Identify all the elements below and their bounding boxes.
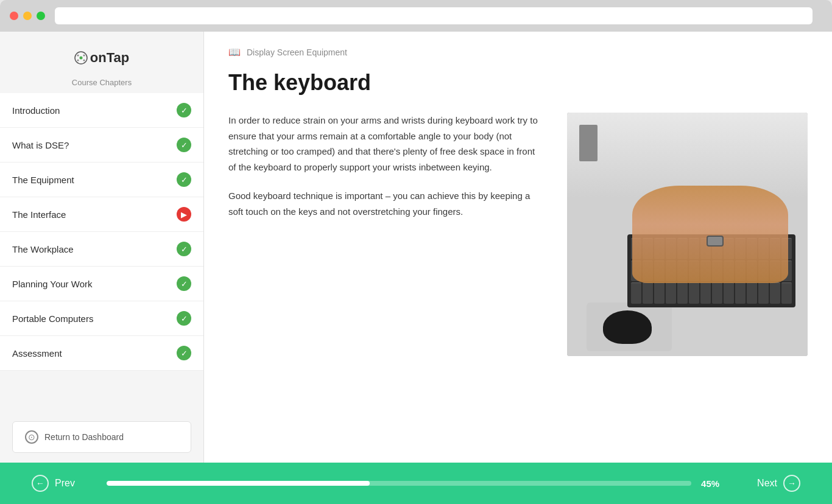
address-bar[interactable]: [55, 7, 813, 24]
chapter-label-what-is-dse: What is DSE?: [12, 140, 69, 150]
bottom-nav: ← Prev 45% Next →: [0, 463, 832, 504]
paragraph-1: In order to reduce strain on your arms a…: [228, 113, 543, 175]
chapter-label-the-equipment: The Equipment: [12, 175, 74, 185]
breadcrumb: 📖 Display Screen Equipment: [204, 32, 832, 64]
chapter-status-icon-assessment: ✓: [177, 346, 191, 360]
chapter-status-icon-the-interface: ▶: [177, 207, 191, 222]
maximize-button[interactable]: [37, 12, 45, 20]
progress-track: [107, 481, 691, 486]
sidebar-item-assessment[interactable]: Assessment✓: [0, 336, 203, 371]
next-label: Next: [757, 478, 777, 489]
chapter-status-icon-the-equipment: ✓: [177, 172, 191, 187]
breadcrumb-text: Display Screen Equipment: [247, 47, 347, 57]
keyboard-image-section: [567, 113, 808, 356]
chapter-status-icon-what-is-dse: ✓: [177, 138, 191, 152]
logo-icon: [74, 51, 88, 65]
prev-label: Prev: [55, 478, 75, 489]
content-body: In order to reduce strain on your arms a…: [228, 113, 808, 356]
keyboard-image: [567, 113, 808, 356]
sidebar-item-planning-your-work[interactable]: Planning Your Work✓: [0, 267, 203, 301]
progress-section: 45%: [82, 478, 750, 489]
content-area: The keyboard In order to reduce strain o…: [204, 64, 832, 463]
chapter-label-the-interface: The Interface: [12, 209, 66, 220]
logo-text: onTap: [90, 50, 129, 66]
chapter-label-introduction: Introduction: [12, 105, 60, 116]
window-chrome: [0, 0, 832, 32]
next-button[interactable]: Next →: [750, 470, 808, 497]
logo: onTap: [74, 50, 129, 66]
chapter-status-icon-the-workplace: ✓: [177, 242, 191, 256]
chapter-label-assessment: Assessment: [12, 348, 62, 359]
prev-button[interactable]: ← Prev: [24, 470, 82, 497]
paragraph-2: Good keyboard technique is important – y…: [228, 188, 543, 219]
next-icon: →: [783, 475, 800, 492]
chapter-label-portable-computers: Portable Computers: [12, 313, 93, 324]
page-title: The keyboard: [228, 70, 808, 96]
return-btn-label: Return to Dashboard: [44, 432, 124, 442]
chapter-status-icon-introduction: ✓: [177, 103, 191, 117]
book-icon: 📖: [228, 46, 241, 58]
svg-point-5: [83, 60, 85, 61]
svg-point-4: [77, 60, 79, 61]
minimize-button[interactable]: [23, 12, 32, 20]
sidebar: onTap Course Chapters Introduction✓What …: [0, 32, 204, 463]
sidebar-item-the-workplace[interactable]: The Workplace✓: [0, 232, 203, 267]
prev-icon: ←: [32, 475, 49, 492]
sidebar-item-the-interface[interactable]: The Interface▶: [0, 197, 203, 232]
chapter-label-planning-your-work: Planning Your Work: [12, 279, 92, 289]
progress-fill: [107, 481, 370, 486]
svg-point-1: [79, 57, 82, 60]
progress-label: 45%: [701, 478, 725, 489]
text-section: In order to reduce strain on your arms a…: [228, 113, 543, 233]
sidebar-item-portable-computers[interactable]: Portable Computers✓: [0, 301, 203, 336]
chapter-status-icon-planning-your-work: ✓: [177, 276, 191, 291]
sidebar-item-what-is-dse[interactable]: What is DSE?✓: [0, 128, 203, 163]
chapter-label-the-workplace: The Workplace: [12, 244, 74, 254]
main-content: 📖 Display Screen Equipment The keyboard …: [204, 32, 832, 463]
logo-area: onTap: [0, 32, 203, 78]
sidebar-item-the-equipment[interactable]: The Equipment✓: [0, 163, 203, 197]
return-to-dashboard-button[interactable]: ⊙ Return to Dashboard: [12, 421, 191, 453]
chapter-list: Introduction✓What is DSE?✓The Equipment✓…: [0, 93, 203, 411]
svg-point-2: [77, 55, 79, 57]
sidebar-item-introduction[interactable]: Introduction✓: [0, 93, 203, 128]
app-container: onTap Course Chapters Introduction✓What …: [0, 32, 832, 463]
course-chapters-label: Course Chapters: [0, 78, 203, 87]
close-button[interactable]: [10, 12, 18, 20]
svg-point-3: [83, 55, 85, 57]
traffic-lights: [10, 12, 45, 20]
chapter-status-icon-portable-computers: ✓: [177, 311, 191, 326]
return-icon: ⊙: [25, 430, 38, 444]
